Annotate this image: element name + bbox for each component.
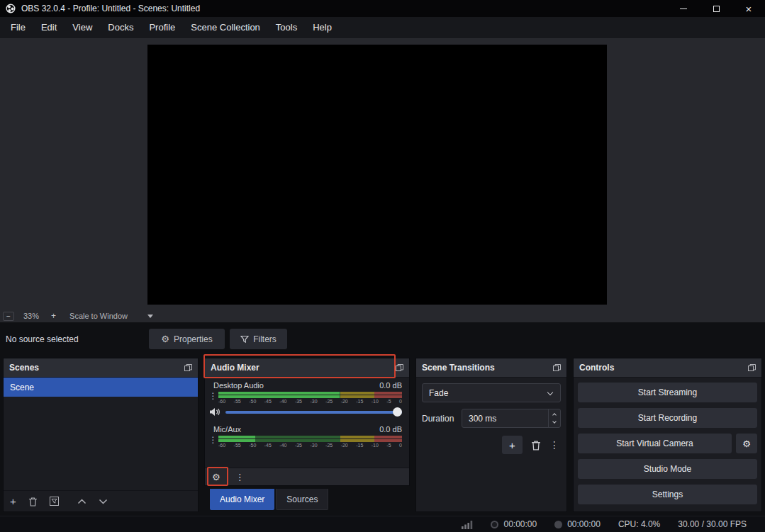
menu-file[interactable]: File: [3, 17, 33, 37]
filter-icon: [240, 335, 249, 344]
zoom-level-label: 33%: [23, 312, 39, 320]
channel-menu-kebab-icon[interactable]: ⋮: [208, 436, 218, 444]
remove-scene-button[interactable]: [28, 497, 38, 506]
meter-bar: [218, 392, 402, 395]
menu-scene-collection[interactable]: Scene Collection: [183, 17, 268, 37]
stream-timer: 00:00:00: [491, 519, 537, 529]
scene-list-item[interactable]: Scene: [4, 378, 198, 397]
channel-level-db: 0.0 dB: [379, 381, 402, 390]
meter-scale: -60 -55 -50 -45 -40 -35 -30 -25 -20 -15 …: [218, 399, 402, 404]
mixer-channel-desktop-audio: Desktop Audio 0.0 dB ⋮ -60 -55 -50 -45 -…: [205, 378, 409, 417]
transition-select[interactable]: Fade: [422, 383, 561, 402]
meter-tick: -10: [372, 399, 379, 404]
maximize-icon: [713, 6, 720, 12]
obs-window: OBS 32.0.4 - Profile: Untitled - Scenes:…: [0, 0, 765, 532]
scale-mode-dropdown[interactable]: Scale to Window: [69, 312, 128, 320]
maximize-button[interactable]: [700, 0, 732, 17]
network-signal-icon: [462, 520, 473, 529]
audio-mixer-title: Audio Mixer: [211, 363, 396, 373]
zoom-out-button[interactable]: −: [3, 312, 14, 321]
minimize-icon: [680, 9, 687, 9]
meter-tick: -25: [325, 443, 333, 448]
channel-level-db: 0.0 dB: [379, 425, 402, 434]
menu-view[interactable]: View: [65, 17, 100, 37]
meter-tick: -15: [356, 443, 363, 448]
duration-row: Duration 300 ms: [422, 409, 561, 428]
scene-filters-icon[interactable]: [50, 497, 59, 506]
menu-help[interactable]: Help: [305, 17, 340, 37]
stream-status-icon: [491, 521, 498, 528]
move-scene-up-button[interactable]: [77, 499, 86, 504]
cpu-usage: CPU: 4.0%: [618, 519, 660, 529]
volume-slider[interactable]: [225, 407, 402, 417]
channel-name: Desktop Audio: [213, 381, 264, 390]
minimize-button[interactable]: [667, 0, 700, 17]
mixer-channel-mic-aux: Mic/Aux 0.0 dB ⋮ -60 -55 -50 -45 -40 -35…: [205, 421, 409, 448]
meter-tick: 0: [399, 399, 402, 404]
duration-value: 300 ms: [469, 414, 496, 424]
start-virtual-camera-button[interactable]: Start Virtual Camera: [578, 434, 732, 453]
chevron-down-icon: [547, 390, 553, 395]
channel-menu-kebab-icon[interactable]: ⋮: [208, 392, 218, 400]
meter-tick: 0: [399, 443, 402, 448]
menu-tools[interactable]: Tools: [268, 17, 305, 37]
preview-area: [0, 38, 765, 310]
preview-canvas[interactable]: [147, 45, 607, 305]
popout-icon[interactable]: [184, 364, 192, 371]
status-bar: 00:00:00 00:00:00 CPU: 4.0% 30.00 / 30.0…: [0, 516, 765, 532]
tab-sources[interactable]: Sources: [276, 489, 328, 510]
meter-tick: -40: [279, 443, 286, 448]
mixer-menu-kebab-icon[interactable]: ⋮: [235, 472, 245, 482]
start-recording-button[interactable]: Start Recording: [578, 408, 757, 428]
add-transition-button[interactable]: +: [502, 436, 523, 454]
volume-meter: -60 -55 -50 -45 -40 -35 -30 -25 -20 -15 …: [218, 392, 402, 404]
spin-up-button[interactable]: [549, 409, 560, 419]
properties-button[interactable]: ⚙ Properties: [149, 329, 225, 349]
popout-icon[interactable]: [553, 364, 561, 371]
menu-profile[interactable]: Profile: [141, 17, 183, 37]
meter-tick: -5: [386, 443, 391, 448]
studio-mode-button[interactable]: Studio Mode: [578, 459, 757, 479]
meter-tick: -35: [295, 443, 302, 448]
record-status-icon: [554, 521, 562, 528]
advanced-audio-gear-icon[interactable]: ⚙: [212, 472, 220, 482]
chevron-down-icon[interactable]: [147, 315, 153, 318]
meter-bar: [218, 436, 402, 438]
mixer-toolbar: ⚙ ⋮: [205, 468, 409, 485]
scenes-title: Scenes: [9, 363, 184, 373]
spin-down-button[interactable]: [549, 419, 560, 428]
remove-transition-button[interactable]: [531, 440, 541, 451]
menu-bar: File Edit View Docks Profile Scene Colle…: [0, 17, 765, 38]
meter-tick: -20: [341, 443, 348, 448]
meter-tick: -45: [264, 443, 272, 448]
slider-handle[interactable]: [393, 407, 402, 417]
zoom-in-button[interactable]: +: [51, 311, 56, 321]
source-toolbar: No source selected ⚙ Properties Filters: [0, 327, 765, 352]
scene-transitions-panel: Scene Transitions Fade Duration 300 ms +: [415, 358, 567, 512]
fps-indicator: 30.00 / 30.00 FPS: [678, 519, 747, 529]
move-scene-down-button[interactable]: [99, 499, 108, 504]
transition-menu-kebab-icon[interactable]: ⋮: [549, 439, 559, 451]
start-streaming-button[interactable]: Start Streaming: [578, 383, 757, 402]
controls-body: Start Streaming Start Recording Start Vi…: [574, 378, 761, 509]
meter-tick: -20: [341, 399, 348, 404]
filters-button[interactable]: Filters: [230, 329, 287, 349]
menu-edit[interactable]: Edit: [33, 17, 65, 37]
close-button[interactable]: ×: [732, 0, 765, 17]
titlebar: OBS 32.0.4 - Profile: Untitled - Scenes:…: [0, 0, 765, 17]
add-scene-button[interactable]: +: [10, 496, 16, 506]
audio-mixer-header: Audio Mixer: [205, 358, 409, 378]
settings-button[interactable]: Settings: [578, 485, 757, 504]
menu-docks[interactable]: Docks: [100, 17, 141, 37]
duration-spinbox[interactable]: 300 ms: [462, 409, 561, 428]
popout-icon[interactable]: [748, 364, 756, 371]
speaker-icon[interactable]: [209, 407, 220, 417]
meter-tick: -55: [234, 399, 241, 404]
controls-panel: Controls Start Streaming Start Recording…: [573, 358, 762, 512]
meter-tick: -50: [249, 443, 256, 448]
popout-icon[interactable]: [396, 364, 403, 371]
meter-tick: -60: [218, 443, 225, 448]
virtual-camera-settings-button[interactable]: ⚙: [736, 434, 757, 453]
tab-audio-mixer[interactable]: Audio Mixer: [210, 489, 274, 510]
scenes-header: Scenes: [4, 358, 198, 378]
